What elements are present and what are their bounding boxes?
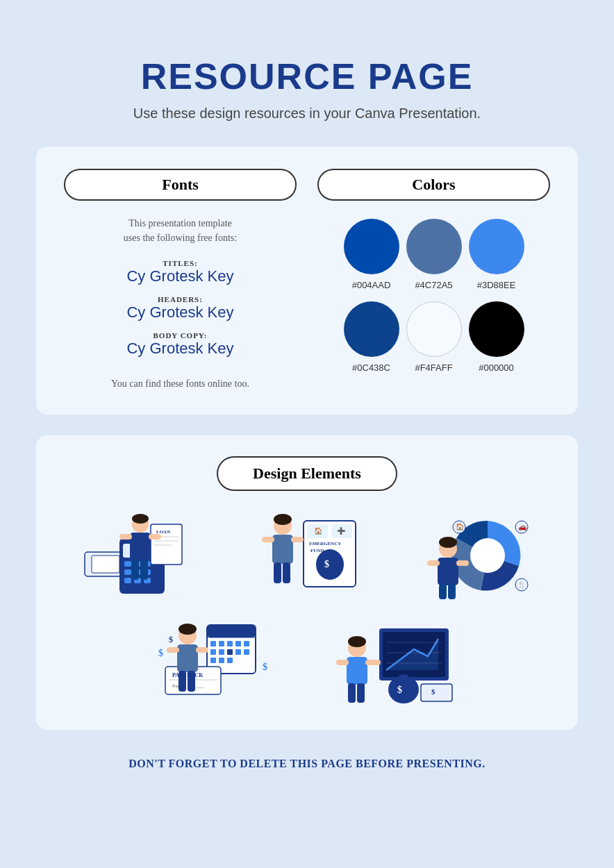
svg-rect-40 <box>291 537 304 542</box>
color-label-3: #3D88EE <box>477 280 516 290</box>
svg-text:FUND: FUND <box>310 548 324 553</box>
svg-point-37 <box>274 514 292 525</box>
svg-rect-8 <box>124 569 131 575</box>
font-entry-headers: HEADERS: Cy Grotesk Key <box>126 295 233 322</box>
color-label-4: #0C438C <box>352 362 390 373</box>
font-entry-titles: TITLES: Cy Grotesk Key <box>126 259 233 285</box>
illustrations-row1: % LOAN <box>64 510 550 601</box>
svg-rect-57 <box>448 584 456 599</box>
svg-text:$: $ <box>397 685 402 695</box>
svg-rect-61 <box>210 641 216 646</box>
colors-section: Colors #004AAD #4C72A5 #3D88EE <box>317 169 550 390</box>
svg-rect-41 <box>274 562 281 583</box>
color-item-5: #F4FAFF <box>406 301 462 373</box>
svg-rect-103 <box>348 683 356 703</box>
svg-rect-85 <box>196 647 208 653</box>
svg-rect-5 <box>124 561 131 567</box>
font-entry-body: BODY COPY: Cy Grotesk Key <box>126 331 233 358</box>
color-label-1: #004AAD <box>352 280 391 290</box>
svg-rect-53 <box>438 558 458 585</box>
svg-text:🚗: 🚗 <box>518 522 527 531</box>
illustration-5: $ $ <box>314 615 472 705</box>
svg-rect-70 <box>244 649 249 655</box>
svg-text:LOAN: LOAN <box>156 529 170 535</box>
svg-rect-104 <box>357 683 365 703</box>
illustration-1: % LOAN <box>64 510 217 601</box>
svg-text:$: $ <box>158 648 163 658</box>
illustration-2: 🏠 ➕ $ EMERGENCY FUND <box>231 510 383 601</box>
svg-text:$: $ <box>324 559 329 569</box>
svg-rect-87 <box>188 671 195 692</box>
color-circle-2 <box>406 219 462 274</box>
svg-rect-64 <box>235 641 241 646</box>
color-grid: #004AAD #4C72A5 #3D88EE #0C438C <box>344 219 524 373</box>
svg-point-20 <box>132 514 149 524</box>
svg-text:🏠: 🏠 <box>314 526 323 535</box>
fonts-description: This presentation template uses the foll… <box>124 216 237 245</box>
svg-text:EMERGENCY: EMERGENCY <box>309 541 341 546</box>
svg-rect-73 <box>227 658 233 663</box>
font-label-headers: HEADERS: <box>126 295 233 303</box>
svg-rect-22 <box>119 534 132 540</box>
svg-point-44 <box>470 538 505 573</box>
svg-text:$: $ <box>169 635 173 644</box>
svg-rect-102 <box>365 660 381 665</box>
svg-rect-68 <box>227 649 233 655</box>
svg-rect-23 <box>149 534 161 540</box>
svg-rect-86 <box>179 671 186 692</box>
design-elements-header: Design Elements <box>217 456 397 491</box>
svg-point-82 <box>179 624 197 635</box>
svg-rect-54 <box>427 560 440 566</box>
card-row: Fonts This presentation template uses th… <box>64 169 550 390</box>
fonts-section: Fonts This presentation template uses th… <box>64 169 297 390</box>
svg-rect-39 <box>262 537 274 542</box>
font-name-titles: Cy Grotesk Key <box>126 267 233 285</box>
svg-rect-83 <box>177 644 198 672</box>
design-card: Design Elements % <box>36 435 578 730</box>
color-label-2: #4C72A5 <box>415 280 452 290</box>
svg-rect-42 <box>283 562 290 583</box>
page: RESOURCE PAGE Use these design resources… <box>0 28 614 868</box>
color-circle-5 <box>406 301 462 357</box>
fonts-note: You can find these fonts online too. <box>111 378 249 390</box>
svg-text:$: $ <box>263 662 267 672</box>
color-circle-4 <box>344 301 399 357</box>
svg-rect-38 <box>272 535 293 564</box>
svg-point-32 <box>324 549 335 558</box>
svg-text:🏠: 🏠 <box>456 522 465 531</box>
footer-warning: DON'T FORGET TO DELETE THIS PAGE BEFORE … <box>115 758 499 770</box>
font-name-body: Cy Grotesk Key <box>126 340 233 358</box>
main-card: Fonts This presentation template uses th… <box>36 147 578 415</box>
page-subtitle: Use these design resources in your Canva… <box>133 106 481 122</box>
svg-rect-2 <box>92 556 119 573</box>
svg-point-99 <box>348 636 366 647</box>
color-label-6: #000000 <box>479 362 514 373</box>
color-item-6: #000000 <box>469 301 524 373</box>
colors-header: Colors <box>317 169 550 201</box>
svg-rect-69 <box>235 649 241 655</box>
svg-rect-65 <box>244 641 249 646</box>
svg-rect-101 <box>336 660 349 665</box>
illustration-3: 🏠 🚗 🍴 <box>397 510 550 601</box>
svg-rect-71 <box>210 658 216 663</box>
font-label-body: BODY COPY: <box>126 331 233 340</box>
font-name-headers: Cy Grotesk Key <box>126 303 233 322</box>
svg-rect-84 <box>167 647 179 653</box>
svg-rect-55 <box>456 560 469 566</box>
illustrations-row2: PAYCHECK Pay to: _______ $ $ $ <box>142 615 472 705</box>
svg-text:🍴: 🍴 <box>517 581 526 590</box>
svg-rect-100 <box>347 657 367 685</box>
svg-point-52 <box>439 537 457 548</box>
svg-rect-24 <box>131 559 139 580</box>
svg-rect-25 <box>140 559 148 580</box>
color-item-4: #0C438C <box>344 301 399 373</box>
page-title: RESOURCE PAGE <box>141 56 474 97</box>
color-item-2: #4C72A5 <box>406 219 462 290</box>
svg-rect-96 <box>421 684 452 701</box>
svg-rect-56 <box>439 584 447 599</box>
svg-rect-63 <box>227 641 233 646</box>
fonts-header: Fonts <box>64 169 297 201</box>
color-item-1: #004AAD <box>344 219 399 290</box>
svg-point-94 <box>397 674 410 684</box>
svg-text:➕: ➕ <box>337 526 346 535</box>
